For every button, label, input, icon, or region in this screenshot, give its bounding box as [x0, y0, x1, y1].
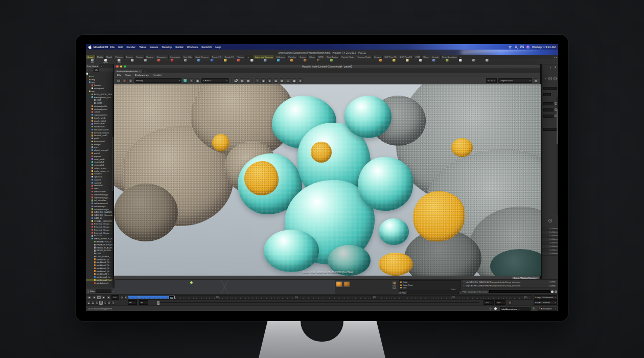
shelf-tool-button[interactable]: [272, 59, 285, 64]
shelf-tool-button[interactable]: [454, 59, 467, 64]
palette-list-icon[interactable]: ▢: [393, 285, 396, 289]
sync-icon[interactable]: ↻: [532, 307, 536, 310]
shelf-tab[interactable]: Polygon: [114, 55, 125, 59]
shelf-tab[interactable]: Simple FX: [223, 55, 236, 59]
playhead[interactable]: 102: [169, 296, 175, 300]
menu-item[interactable]: Preferences: [135, 74, 149, 77]
shelf-tool-button[interactable]: [401, 59, 414, 64]
stop-button[interactable]: ■: [97, 295, 101, 300]
help-icon[interactable]: ?: [548, 219, 552, 222]
range-slider-handle[interactable]: [157, 301, 159, 305]
menu-bar-clock[interactable]: Wed Apr 1 9:41 AM: [532, 46, 556, 49]
aov-select[interactable]: Beauty▾: [134, 78, 181, 83]
apple-logo-icon[interactable]: [88, 45, 91, 49]
children-count-row[interactable]: 0 children: [542, 245, 558, 249]
shelf-tool-button[interactable]: [219, 59, 232, 64]
add-shelf-tab-button[interactable]: +: [459, 55, 463, 59]
active-app-name[interactable]: Houdini FX: [94, 46, 108, 49]
range-start-field[interactable]: 86: [128, 300, 137, 305]
play-reverse-button[interactable]: ◀: [92, 295, 97, 300]
shelf-tool-button[interactable]: Box: [86, 59, 99, 64]
tree-node-row[interactable]: attribdelete1: [86, 281, 112, 284]
fit-view-icon[interactable]: □: [286, 78, 290, 83]
shelf-tab[interactable]: Hair Utils: [182, 55, 194, 59]
shelf-tab[interactable]: Volume: [236, 55, 246, 59]
shelf-tab[interactable]: Rigid Bodies: [325, 55, 340, 59]
siri-icon[interactable]: [526, 46, 530, 49]
menu-item[interactable]: Edit: [118, 46, 123, 49]
copy-icon[interactable]: ▣: [292, 78, 296, 83]
shelf-tab[interactable]: Drive Simulation: [441, 55, 458, 59]
children-count-row[interactable]: 0 children: [542, 238, 558, 241]
pane-menu-caret-icon[interactable]: ▾: [554, 65, 557, 69]
autokey-toggle-icon[interactable]: ◎: [99, 301, 103, 305]
message-bubble-icon[interactable]: [494, 307, 497, 310]
param-field[interactable]: [543, 128, 557, 131]
param-field[interactable]: [543, 115, 554, 118]
save-image-icon[interactable]: ▤: [116, 78, 121, 83]
menu-item[interactable]: Radial: [175, 46, 183, 49]
keys-info-dropdown[interactable]: 0 keys, 0/0 channels▾: [534, 295, 557, 300]
zoom-window-button[interactable]: [124, 65, 126, 68]
focus-picker-icon[interactable]: ⊕: [267, 78, 272, 83]
grid-icon[interactable]: ▦: [240, 78, 244, 83]
shelf-tab[interactable]: Crowds: [430, 55, 441, 59]
range-start-sub-field[interactable]: 86: [139, 300, 148, 305]
shelf-tab[interactable]: Modify: [96, 55, 105, 59]
shelf-tool-button[interactable]: [139, 59, 152, 64]
key-icon[interactable]: ⚲: [508, 301, 512, 305]
menu-item[interactable]: File: [110, 46, 114, 49]
tree-path[interactable]: obj: [94, 68, 99, 72]
loop-toggle-icon[interactable]: ↻: [95, 301, 99, 305]
shelf-tab[interactable]: Lights and Cameras: [254, 55, 275, 59]
shelf-tool-button[interactable]: [179, 59, 192, 64]
shelf-tab[interactable]: Rigging: [145, 55, 155, 59]
add-pane-tab-button[interactable]: ＋: [100, 65, 102, 68]
shelf-tab[interactable]: Vellum: [308, 55, 317, 59]
shelf-tab[interactable]: Guide Process: [194, 55, 211, 59]
filter-dropdown-caret[interactable]: ▾: [460, 292, 461, 294]
shelf-tool-button[interactable]: Tube: [112, 59, 126, 64]
houdini-title-bar[interactable]: /Users/andre/Documents/Projects/Morph.hi…: [86, 50, 558, 55]
shelf-tab[interactable]: Characters: [155, 55, 169, 59]
shelf-tool-button[interactable]: [427, 59, 441, 64]
shelf-tab[interactable]: Constraints: [169, 55, 182, 59]
snapshot-select[interactable]: < Auto >▾: [201, 78, 229, 83]
start-render-icon[interactable]: ●: [122, 78, 127, 83]
shelf-tab[interactable]: SOP Pyro FX: [383, 55, 398, 59]
external-link-icon[interactable]: ↗: [543, 77, 547, 80]
clock-icon[interactable]: ◔: [255, 78, 260, 83]
shelf-tool-button[interactable]: [152, 59, 166, 64]
region-render-icon[interactable]: ◉: [183, 78, 188, 83]
parameter-scrollbar[interactable]: [557, 97, 558, 215]
menu-item[interactable]: Help: [215, 46, 221, 49]
filter-dropdown-caret[interactable]: ▾: [112, 290, 113, 293]
tree-filter-input[interactable]: [96, 289, 111, 293]
gear-icon[interactable]: ⊛: [534, 78, 538, 83]
shelf-tab[interactable]: Wires: [422, 55, 430, 59]
auto-update-dropdown[interactable]: ϟ Auto Update ▾: [538, 307, 557, 311]
param-field[interactable]: [543, 93, 551, 96]
info-icon[interactable]: i: [554, 77, 557, 80]
shelf-tool-button[interactable]: [205, 59, 219, 64]
shelf-tab[interactable]: Model: [105, 55, 114, 59]
menu-item[interactable]: File: [117, 74, 121, 77]
shelf-tab[interactable]: DOP Pyro FX: [398, 55, 414, 59]
shelf-tab[interactable]: Texture: [135, 55, 145, 59]
restart-render-icon[interactable]: ↻: [128, 78, 133, 83]
range-end-field[interactable]: 240: [484, 300, 494, 305]
checker-background-icon[interactable]: ▩: [246, 78, 250, 83]
children-count-row[interactable]: 0 children: [542, 241, 558, 245]
magnifier-icon[interactable]: ⊙: [548, 77, 552, 80]
shelf-tool-button[interactable]: [298, 59, 312, 64]
crop-icon[interactable]: ⊠: [273, 78, 278, 83]
minimize-window-button[interactable]: [120, 65, 123, 68]
image-size-select[interactable]: Original Size▾: [498, 78, 532, 83]
menu-item[interactable]: Assets: [150, 46, 158, 49]
shelf-tab[interactable]: Terrain FX: [211, 55, 223, 59]
filter-checkbox[interactable]: ✓: [87, 290, 89, 293]
filter-checkbox[interactable]: ✓: [399, 292, 401, 294]
timeline-ruler[interactable]: 90120150180210240 102: [128, 295, 533, 300]
current-frame-field[interactable]: 102: [111, 295, 119, 300]
menu-item[interactable]: Houdini: [153, 74, 162, 77]
